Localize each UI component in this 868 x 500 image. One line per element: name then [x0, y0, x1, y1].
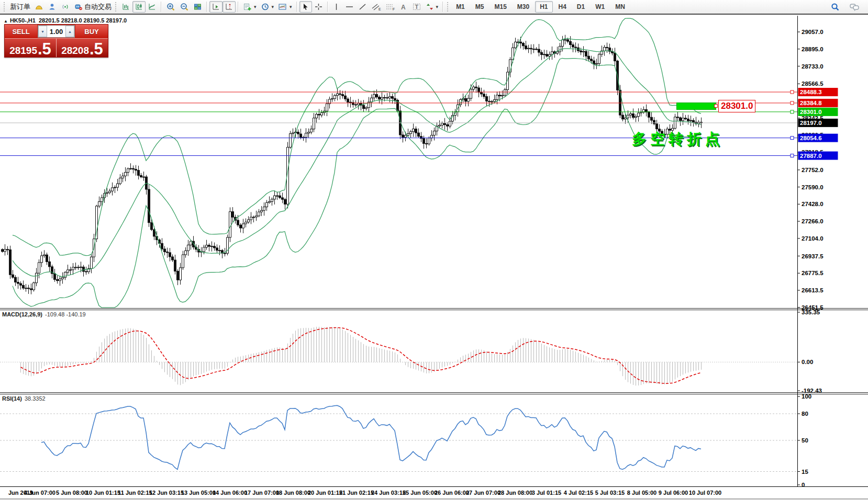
- metaeditor-button[interactable]: [32, 1, 46, 13]
- search-button[interactable]: [828, 1, 842, 13]
- horizontal-line-button[interactable]: [343, 1, 356, 13]
- time-axis-label: 5 Jun 08:00: [56, 490, 87, 496]
- axis-price-badge-label: 28488.3: [800, 89, 822, 95]
- line-chart-button[interactable]: [146, 1, 159, 13]
- axis-price-badge-label: 28384.8: [800, 100, 822, 106]
- svg-text:A: A: [401, 4, 406, 11]
- sell-button[interactable]: SELL: [5, 25, 37, 38]
- auto-scroll-button[interactable]: [209, 1, 222, 13]
- volume-input[interactable]: 1.00: [47, 26, 65, 37]
- chart-shift-button[interactable]: [222, 1, 236, 13]
- trading-terminal: 新订单 自动交易 ▾ ▾ ▾ E F A T ▾: [0, 0, 868, 500]
- candlesticks: [2, 35, 703, 294]
- svg-text:T: T: [415, 4, 418, 10]
- buy-price-frac: .5: [90, 42, 103, 56]
- timeframe-M5[interactable]: M5: [471, 1, 489, 13]
- rsi-axis-tick: 0: [802, 482, 805, 488]
- crosshair-button[interactable]: [312, 1, 325, 13]
- buy-price[interactable]: 28208.5: [57, 39, 108, 57]
- templates-button[interactable]: ▾: [276, 1, 294, 13]
- zoom-in-button[interactable]: [164, 1, 177, 13]
- arrows-button[interactable]: ▾: [424, 1, 441, 13]
- tile-windows-button[interactable]: [191, 1, 204, 13]
- buy-button[interactable]: BUY: [75, 25, 108, 38]
- time-axis-label: 21 Jun 02:15: [339, 490, 374, 496]
- toolbar: 新订单 自动交易 ▾ ▾ ▾ E F A T ▾: [0, 0, 868, 15]
- line-handle[interactable]: [791, 110, 794, 113]
- time-axis-label: 27 Jun 07:00: [466, 490, 500, 496]
- equidistant-channel-button[interactable]: E: [369, 1, 383, 13]
- toolbar-grip: [447, 2, 450, 12]
- bar-chart-button[interactable]: [119, 1, 132, 13]
- toolbar-grip: [115, 2, 118, 12]
- trendline-button[interactable]: [356, 1, 369, 13]
- timeframe-H1[interactable]: H1: [535, 1, 552, 13]
- autotrading-button[interactable]: 自动交易: [72, 1, 114, 13]
- macd-name: MACD(12,26,9): [2, 311, 42, 317]
- price-axis-tick: 27752.0: [802, 167, 824, 173]
- indicators-button[interactable]: ▾: [241, 1, 259, 13]
- sell-price-frac: .5: [38, 42, 51, 56]
- volume-down-button[interactable]: ▼: [38, 26, 47, 37]
- line-handle[interactable]: [791, 101, 794, 105]
- time-axis-label: 9 Jul 06:00: [659, 490, 688, 496]
- cursor-button[interactable]: [299, 1, 312, 13]
- text-label-button[interactable]: T: [410, 1, 424, 13]
- symbol-period: HK50-,H1: [10, 17, 36, 24]
- rsi-name: RSI(14): [2, 395, 22, 402]
- one-click-trading-panel: SELL ▼ 1.00 ▲ BUY 28195.5 28208.5: [4, 24, 108, 58]
- candlestick-chart-button[interactable]: [132, 1, 146, 13]
- price-axis-tick: 26937.5: [802, 253, 824, 259]
- timeframe-M30[interactable]: M30: [513, 1, 534, 13]
- timeframe-MN[interactable]: MN: [610, 1, 630, 13]
- zoom-out-button[interactable]: [177, 1, 191, 13]
- price-axis-tick: 27590.0: [802, 184, 824, 190]
- text-button[interactable]: A: [397, 1, 410, 13]
- signals-button[interactable]: [59, 1, 72, 13]
- indicators-icon: [243, 3, 252, 11]
- dropdown-caret: ▾: [272, 4, 274, 9]
- time-axis: Jun 20194 Jun 07:005 Jun 08:0010 Jun 01:…: [8, 490, 721, 496]
- timeframe-W1[interactable]: W1: [591, 1, 609, 13]
- toolbar-separator: [161, 2, 162, 12]
- buy-price-main: 28208: [61, 46, 89, 56]
- toolbar-separator: [327, 2, 328, 12]
- chat-button[interactable]: [847, 1, 862, 13]
- volume-up-button[interactable]: ▲: [65, 26, 74, 37]
- time-axis-label: 8 Jul 05:00: [627, 490, 656, 496]
- chart-canvas: 29057.028895.028733.028566.528404.528242…: [0, 0, 868, 500]
- line-handle[interactable]: [791, 90, 794, 94]
- auto-scroll-icon: [212, 3, 220, 11]
- new-order-button[interactable]: 新订单: [8, 1, 32, 13]
- price-tag-handle[interactable]: [714, 104, 718, 108]
- timeframe-H4[interactable]: H4: [554, 1, 571, 13]
- rsi-axis-tick: 100: [802, 393, 811, 400]
- zoom-in-icon: [166, 3, 175, 12]
- bollinger-upper-band: [13, 18, 701, 256]
- turning-point-annotation[interactable]: 多空转折点: [632, 129, 724, 149]
- candlestick-icon: [135, 3, 143, 11]
- vertical-line-button[interactable]: [330, 1, 343, 13]
- periods-button[interactable]: ▾: [259, 1, 276, 13]
- market-button[interactable]: [46, 1, 59, 13]
- time-axis-label: 5 Jul 03:15: [595, 490, 625, 496]
- sell-price[interactable]: 28195.5: [5, 39, 57, 57]
- timeframe-M1[interactable]: M1: [451, 1, 470, 13]
- timeframe-M15[interactable]: M15: [489, 1, 511, 13]
- price-tag-label[interactable]: 28301.0: [718, 100, 755, 112]
- bar-chart-icon: [121, 3, 130, 11]
- line-handle[interactable]: [791, 137, 794, 140]
- volume-control: ▼ 1.00 ▲: [38, 25, 75, 38]
- line-handle[interactable]: [791, 154, 794, 157]
- collapse-icon[interactable]: ▲: [4, 19, 8, 24]
- fibonacci-button[interactable]: F: [383, 1, 397, 13]
- svg-text:F: F: [393, 7, 395, 11]
- text-label-icon: T: [412, 3, 421, 11]
- dropdown-caret: ▾: [254, 4, 257, 9]
- green-highlight-rectangle[interactable]: [676, 103, 716, 110]
- time-axis-label: 4 Jul 02:15: [564, 490, 593, 496]
- timeframe-D1[interactable]: D1: [572, 1, 589, 13]
- time-axis-label: 20 Jun 01:15: [308, 490, 342, 496]
- horizontal-line-icon: [345, 3, 354, 11]
- template-icon: [278, 3, 287, 11]
